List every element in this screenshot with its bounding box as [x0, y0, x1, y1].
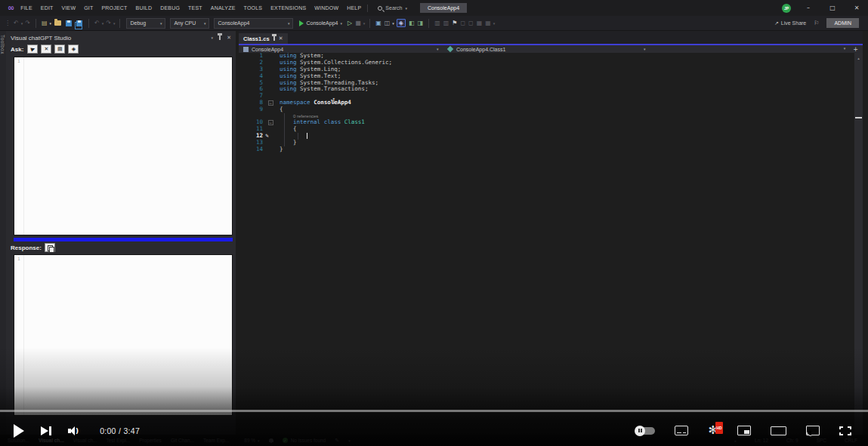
- autoplay-toggle[interactable]: [635, 427, 655, 435]
- breadcrumb-project[interactable]: ConsoleApp4: [252, 47, 283, 52]
- save-all-icon[interactable]: [76, 20, 82, 26]
- user-avatar[interactable]: JP: [782, 4, 791, 13]
- erase-button[interactable]: ◈: [68, 45, 79, 54]
- platform-select[interactable]: Any CPU▾: [170, 18, 209, 29]
- breadcrumb-type-dropdown-icon[interactable]: ▾: [644, 47, 646, 51]
- tab-class1-cs[interactable]: Class1.cs ✕: [239, 33, 288, 44]
- start-without-debugging-icon[interactable]: ▷: [348, 20, 352, 26]
- code-line-11: 11{: [239, 126, 854, 133]
- video-next-button[interactable]: [41, 426, 51, 435]
- line-number: 14: [239, 146, 263, 153]
- fullscreen-icon[interactable]: [839, 426, 851, 435]
- menu-help[interactable]: HELP: [347, 5, 361, 11]
- editor-scrollbar[interactable]: ▴: [854, 53, 863, 435]
- stop-dropdown-icon[interactable]: ▾: [363, 21, 366, 26]
- toolbar-overflow-icon[interactable]: ▾: [493, 21, 496, 26]
- menu-debug[interactable]: DEBUG: [160, 5, 180, 11]
- stop-icon[interactable]: ■: [355, 20, 361, 26]
- save-icon[interactable]: [66, 20, 72, 26]
- menu-window[interactable]: WINDOW: [314, 5, 338, 11]
- run-play-icon: [299, 20, 304, 26]
- redo-dropdown-icon[interactable]: ▾: [113, 21, 116, 26]
- close-button[interactable]: ✕: [850, 5, 863, 11]
- admin-button[interactable]: ADMIN: [826, 18, 859, 28]
- open-file-icon[interactable]: [54, 20, 61, 26]
- tab-pin-icon[interactable]: [273, 36, 275, 41]
- bookmark-icon[interactable]: ⚑: [452, 20, 457, 26]
- menu-extensions[interactable]: EXTENSIONS: [270, 5, 306, 11]
- bookmark-folder-icon[interactable]: ▦: [477, 20, 483, 26]
- window-layout-dropdown-icon[interactable]: ▾: [392, 21, 394, 26]
- split-editor-icon[interactable]: +: [853, 46, 858, 53]
- startup-project-select[interactable]: ConsoleApp4▾: [214, 18, 293, 29]
- scroll-up-icon[interactable]: ▴: [854, 56, 863, 60]
- ask-label: Ask:: [11, 46, 23, 53]
- video-play-button[interactable]: [14, 424, 24, 438]
- copy-response-button[interactable]: [45, 243, 55, 252]
- new-project-icon[interactable]: ▤: [42, 20, 48, 26]
- panel-pin-icon[interactable]: [219, 35, 221, 40]
- solution-explorer-icon[interactable]: ▣: [375, 20, 381, 26]
- tab-close-icon[interactable]: ✕: [279, 35, 283, 42]
- menu-git[interactable]: GIT: [84, 5, 93, 11]
- cast-icon[interactable]: [806, 426, 820, 435]
- start-debugging-button[interactable]: ConsoleApp4▾: [299, 20, 342, 26]
- response-output-area[interactable]: 1: [14, 254, 233, 416]
- video-seek-bar[interactable]: [0, 410, 868, 412]
- nav-back-dropdown-icon[interactable]: ▾: [21, 21, 23, 26]
- live-share-button[interactable]: ↗ Live Share: [774, 20, 806, 26]
- paste-code-button[interactable]: ▤: [54, 45, 65, 54]
- panel-options-dropdown-icon[interactable]: ▾: [212, 35, 214, 40]
- feedback-icon[interactable]: ⚐: [814, 20, 819, 26]
- document-tab-strip: Class1.cs ✕: [239, 31, 863, 44]
- ask-input-area[interactable]: 1: [14, 57, 233, 235]
- find-in-files-icon[interactable]: ◨: [418, 20, 424, 26]
- toolbox-tab[interactable]: Toolbox: [0, 35, 5, 54]
- video-volume-button[interactable]: ): [68, 426, 79, 435]
- code-editor[interactable]: 1using System;2using System.Collections.…: [239, 53, 854, 435]
- ask-line-number: 1: [14, 57, 24, 235]
- theater-mode-icon[interactable]: [771, 426, 786, 435]
- redo-icon[interactable]: ↷: [106, 20, 111, 26]
- menu-file[interactable]: FILE: [20, 5, 32, 11]
- menu-tools[interactable]: TOOLS: [244, 5, 263, 11]
- nav-back-icon[interactable]: ↶: [14, 20, 19, 26]
- attach-process-icon[interactable]: ◧: [409, 20, 415, 26]
- subtitles-icon[interactable]: [675, 426, 688, 435]
- collapse-region-icon[interactable]: −: [268, 100, 273, 106]
- cancel-request-button[interactable]: ✕: [41, 45, 51, 54]
- minimize-button[interactable]: –: [802, 5, 815, 11]
- new-project-dropdown-icon[interactable]: ▾: [49, 21, 51, 26]
- breadcrumb-type[interactable]: ConsoleApp4.Class1: [456, 47, 505, 52]
- code-line-6: 6using System.Transactions;: [239, 86, 854, 93]
- menu-test[interactable]: TEST: [188, 5, 202, 11]
- undo-icon[interactable]: ↶: [94, 20, 100, 26]
- document-list-dropdown-icon[interactable]: ▾: [844, 46, 846, 53]
- window-layout-icon[interactable]: ◫: [385, 20, 391, 26]
- menu-edit[interactable]: EDIT: [41, 5, 54, 11]
- tab-label: Class1.cs: [243, 35, 270, 42]
- send-request-button[interactable]: ▶: [27, 45, 38, 54]
- extension-toggle-icon[interactable]: ◈: [397, 19, 406, 27]
- nav-forward-icon[interactable]: ↷: [25, 20, 30, 26]
- undo-dropdown-icon[interactable]: ▾: [102, 21, 104, 26]
- bookmark-folder2-icon[interactable]: ▦: [485, 20, 491, 26]
- navigate-back-doc-icon[interactable]: ▥: [434, 20, 440, 26]
- search-dropdown-icon[interactable]: ▾: [406, 6, 408, 11]
- next-bookmark-icon[interactable]: ◻: [468, 20, 474, 26]
- search-box[interactable]: Search ▾: [374, 4, 411, 12]
- menu-build[interactable]: BUILD: [136, 5, 153, 11]
- navigate-fwd-doc-icon[interactable]: ▥: [443, 20, 449, 26]
- settings-gear-icon[interactable]: ✻HD: [708, 425, 718, 436]
- miniplayer-icon[interactable]: [737, 426, 751, 435]
- panel-close-icon[interactable]: ✕: [227, 35, 231, 41]
- config-select[interactable]: Debug▾: [126, 18, 165, 29]
- prev-bookmark-icon[interactable]: ◻: [460, 20, 465, 26]
- toolbar-grip[interactable]: ⋮: [5, 20, 11, 26]
- collapse-region-icon[interactable]: −: [268, 120, 273, 125]
- menu-analyze[interactable]: ANALYZE: [211, 5, 236, 11]
- menu-view[interactable]: VIEW: [62, 5, 76, 11]
- maximize-button[interactable]: □: [826, 5, 839, 11]
- breadcrumb-project-dropdown-icon[interactable]: ▾: [437, 47, 439, 51]
- menu-project[interactable]: PROJECT: [101, 5, 127, 11]
